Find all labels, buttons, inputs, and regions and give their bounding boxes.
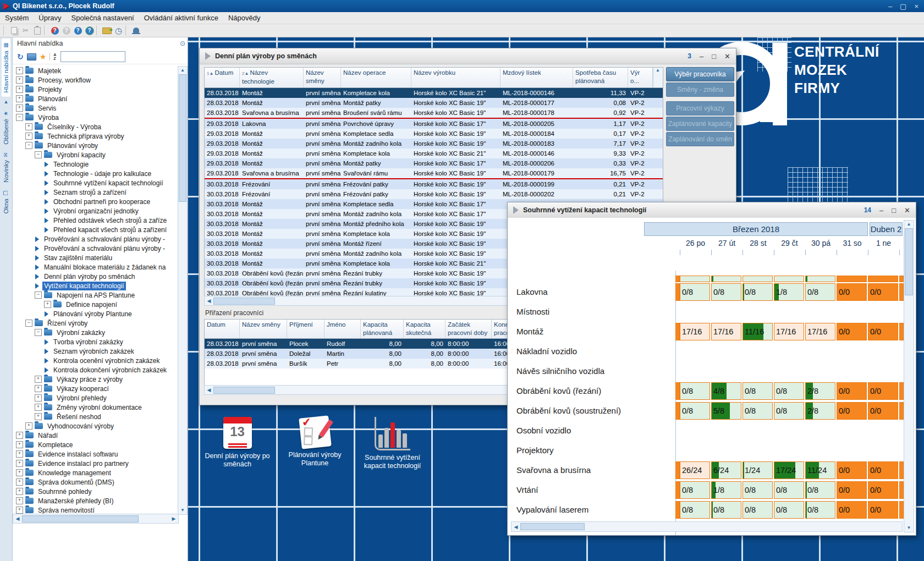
table-row[interactable]: 28.03.2018Montážprvní směnaKompletace ko… xyxy=(205,88,663,98)
window1-close-button[interactable]: ✕ xyxy=(724,52,730,61)
table-row[interactable]: 29.03.2018Montážprvní směnaMontáž patkyH… xyxy=(205,158,663,168)
desktop-icon-2[interactable]: ✔Plánování výroby Plantune xyxy=(276,417,354,468)
tree-item[interactable]: −Výrobní zakázky xyxy=(13,328,178,337)
table1-vertical-scrollbar[interactable]: ▲ xyxy=(653,68,662,87)
tree-item[interactable]: +Technická příprava výroby xyxy=(13,131,178,141)
expand-icon[interactable]: + xyxy=(35,385,42,392)
table-row[interactable]: 29.03.2018Montážprvní směnaKompletace ko… xyxy=(205,148,663,158)
button-zapl-nov-n-do-sm-n[interactable]: Zaplánování do směn xyxy=(666,132,734,146)
tree-item[interactable]: Prověřování a schvalování plánu výroby - xyxy=(13,234,178,244)
tree-item[interactable]: +Souhrnné pohledy xyxy=(13,487,178,496)
expand-icon[interactable]: + xyxy=(16,86,23,93)
capacity-cell[interactable]: 0/8 xyxy=(743,501,773,519)
window2-titlebar[interactable]: Souhrnné vytížení kapacit technologií 14… xyxy=(508,202,916,218)
window2-close-button[interactable]: ✕ xyxy=(904,206,910,215)
capacity-cell-weekend[interactable]: 0/0 xyxy=(837,461,867,479)
button-pracovn-v-kazy[interactable]: Pracovní výkazy xyxy=(666,101,734,116)
tree-item[interactable]: Souhrnné vytížení kapacit technologií xyxy=(13,178,178,188)
capacity-cell[interactable]: 1/8 xyxy=(774,283,804,301)
button-sm-ny-zm-na[interactable]: Směny - změna xyxy=(666,82,734,97)
menu-item-n-pov-dy[interactable]: Nápovědy xyxy=(223,14,266,22)
capacity-cell[interactable]: 0/8 xyxy=(680,283,710,301)
expand-icon[interactable]: + xyxy=(25,133,32,140)
tree-item[interactable]: Denní plán výroby po směnách xyxy=(13,272,178,281)
capacity-cell[interactable]: 0/8 xyxy=(805,481,835,499)
capacity-cell[interactable]: 0/8 xyxy=(680,481,710,499)
day-header[interactable]: 28 st xyxy=(743,239,774,248)
tree-item[interactable]: +Změny výrobní dokumentace xyxy=(13,403,178,412)
scroll-left-icon[interactable]: ◀ xyxy=(205,298,213,304)
window1-minimize-button[interactable]: – xyxy=(700,52,703,61)
tree-horizontal-scrollbar[interactable]: ◀ ▶ xyxy=(13,514,179,524)
day-header[interactable]: 30 pá xyxy=(805,239,837,248)
capacity-cell[interactable]: 0/8 xyxy=(774,481,804,499)
tree-item[interactable]: +Výkazy kooperací xyxy=(13,384,178,393)
column-header[interactable]: 2▲Název technologie xyxy=(240,68,304,87)
capacity-cell[interactable]: 26/24 xyxy=(680,461,710,479)
menu-item-ovl-d-n-aktivn-funkce[interactable]: Ovládání aktivní funkce xyxy=(139,14,223,22)
capacity-cell[interactable]: 1/8 xyxy=(711,481,741,499)
tree-item[interactable]: Přehled odstávek všech strojů a zaříze xyxy=(13,216,178,225)
capacity-cell[interactable] xyxy=(743,276,773,282)
capacity-cell-weekend[interactable] xyxy=(868,276,898,282)
desktop-icon-1[interactable]: 13Denní plán výroby po směnách xyxy=(199,417,276,469)
capacity-cell[interactable]: 0/8 xyxy=(743,481,773,499)
column-header[interactable]: Název operace xyxy=(341,68,411,87)
tree-item[interactable]: Seznam výrobních zakázek xyxy=(13,346,178,356)
column-header[interactable]: Kapacita plánovaná xyxy=(361,320,404,338)
tree-item[interactable]: +Knowledge management xyxy=(13,468,178,477)
column-header[interactable]: Kapacita skutečná xyxy=(404,320,446,338)
notification-bell-icon[interactable] xyxy=(130,25,142,36)
capacity-cell[interactable] xyxy=(774,276,804,282)
export-icon[interactable] xyxy=(101,25,113,36)
capacity-horizontal-scrollbar[interactable]: ◀ xyxy=(511,521,903,532)
collapse-icon[interactable]: − xyxy=(25,142,32,149)
expand-icon[interactable]: + xyxy=(16,67,23,74)
app-close-button[interactable]: × xyxy=(914,2,919,10)
capacity-cell[interactable]: 0/8 xyxy=(774,402,804,420)
tree-item[interactable]: Stav zajištění materiálu xyxy=(13,253,178,262)
table-row[interactable]: 28.03.2018Montážprvní směnaMontáž patkyH… xyxy=(205,98,663,108)
tree-item[interactable]: Přehled kapacit všech strojů a zařízení xyxy=(13,225,178,234)
app-minimize-button[interactable]: – xyxy=(888,2,892,10)
scroll-up-icon[interactable]: ▲ xyxy=(904,221,914,228)
collapse-icon[interactable]: − xyxy=(16,114,23,121)
help-icon[interactable]: ? xyxy=(72,25,84,36)
expand-icon[interactable]: + xyxy=(35,413,42,420)
menu-item--pravy[interactable]: Úpravy xyxy=(34,14,66,22)
capacity-cell[interactable]: 0/8 xyxy=(743,283,773,301)
tabstrip-scroll-up-icon[interactable]: ▲ xyxy=(4,99,9,105)
collapse-icon[interactable]: − xyxy=(25,320,32,327)
tree-item[interactable]: +Výkazy práce z výroby xyxy=(13,375,178,384)
capacity-cell[interactable] xyxy=(805,276,835,282)
tree-item[interactable]: Tvorba výrobní zakázky xyxy=(13,337,178,346)
tree-item[interactable]: +Plánování xyxy=(13,94,178,103)
tree-item[interactable]: +Řešení neshod xyxy=(13,412,178,421)
refresh-icon[interactable]: ↻ xyxy=(17,52,24,61)
help-context-icon[interactable]: ? xyxy=(49,25,61,36)
day-header[interactable]: 27 út xyxy=(711,239,743,248)
tree-item[interactable]: −Napojení na APS Plantune xyxy=(13,290,178,300)
window2-minimize-button[interactable]: – xyxy=(879,206,883,215)
capacity-vertical-scrollbar[interactable]: ▲ ▼ xyxy=(904,220,914,532)
capacity-cell[interactable]: 0/8 xyxy=(774,382,804,400)
capacity-cell[interactable]: 1/24 xyxy=(743,461,773,479)
capacity-cell-weekend[interactable] xyxy=(837,276,867,282)
tree-item[interactable]: Technologie - údaje pro kalkulace xyxy=(13,169,178,178)
sidebar-tab-novinky[interactable]: Novinky✉ xyxy=(2,148,10,186)
day-header[interactable]: 26 po xyxy=(680,239,711,248)
capacity-cell[interactable]: 0/8 xyxy=(743,382,773,400)
tree-item[interactable]: Prověřování a schvalování plánu výroby - xyxy=(13,244,178,253)
capacity-cell[interactable]: 17/16 xyxy=(680,323,710,340)
tree-item[interactable]: Seznam strojů a zařízení xyxy=(13,188,178,197)
sort-az-icon[interactable]: AZ xyxy=(53,53,56,61)
column-header[interactable]: Příjmení xyxy=(287,320,324,338)
column-header[interactable]: Název směny xyxy=(304,68,341,87)
expand-icon[interactable]: + xyxy=(16,488,23,495)
button-zapl-novan-kapacity[interactable]: Zaplánované kapacity xyxy=(666,117,734,131)
tree-item[interactable]: +Procesy, workflow xyxy=(13,75,178,85)
collapse-icon[interactable]: − xyxy=(35,292,42,299)
tree-item[interactable]: +Majetek xyxy=(13,66,178,75)
expand-icon[interactable]: + xyxy=(16,460,23,467)
tree-item[interactable]: +Evidence instalací pro partnery xyxy=(13,459,178,468)
